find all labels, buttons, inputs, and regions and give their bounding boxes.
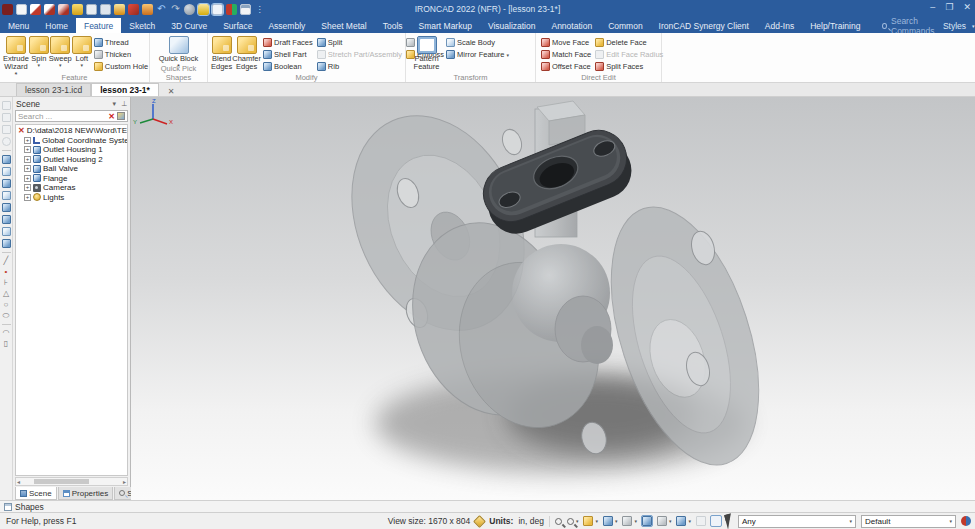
open-scene-icon[interactable]	[30, 4, 41, 15]
thread-button[interactable]: Thread	[92, 37, 150, 48]
selection-filter-dropdown[interactable]: Any ▾	[738, 515, 856, 528]
rib-button[interactable]: Rib	[315, 61, 404, 72]
toggle-triball-icon[interactable]	[198, 4, 209, 15]
tab-properties[interactable]: Properties	[58, 487, 113, 500]
shape-blue-8-icon[interactable]	[2, 239, 11, 248]
solid-view-icon[interactable]	[676, 516, 686, 526]
new-drawing-icon[interactable]	[44, 4, 55, 15]
markup-icon[interactable]	[128, 4, 139, 15]
undo-icon[interactable]: ↶	[156, 4, 167, 15]
doc-tab-close-icon[interactable]: ✕	[165, 87, 178, 96]
tab-menu[interactable]: Menu	[0, 18, 37, 33]
tab-scene[interactable]: Scene	[15, 487, 57, 500]
shape-gray-4-icon[interactable]	[2, 137, 11, 146]
panel-dropdown-icon[interactable]: ▾	[112, 100, 116, 108]
match-face-button[interactable]: Match Face	[539, 49, 593, 60]
tab-common[interactable]: Common	[600, 18, 650, 33]
measure-tool-icon[interactable]: ⊦	[4, 279, 8, 287]
tab-help-training[interactable]: Help/Training	[802, 18, 868, 33]
tree-item-gcs[interactable]: + Global Coordinate System	[16, 136, 127, 146]
loft-button[interactable]: Loft ▾	[72, 35, 92, 67]
scene-search-box[interactable]: Search ... ✕	[15, 110, 128, 122]
expand-icon[interactable]: +	[24, 156, 31, 163]
shaded-view-icon[interactable]	[603, 516, 613, 526]
render-icon[interactable]	[114, 4, 125, 15]
select-mode-icon[interactable]	[711, 516, 721, 526]
shape-blue-7-icon[interactable]	[2, 227, 11, 236]
app-logo-icon[interactable]	[2, 4, 13, 15]
move-face-button[interactable]: Move Face	[539, 37, 593, 48]
thicken-button[interactable]: Thicken	[92, 49, 150, 60]
line-tool-icon[interactable]: ╱	[4, 257, 9, 265]
solid-caret-icon[interactable]: ▾	[688, 518, 691, 524]
open-drawing-icon[interactable]	[58, 4, 69, 15]
tree-item-ball-valve[interactable]: + Ball Valve	[16, 164, 127, 174]
shell-part-button[interactable]: Shell Part	[261, 49, 315, 60]
tree-item-cameras[interactable]: + Cameras	[16, 183, 127, 193]
expand-icon[interactable]: +	[24, 194, 31, 201]
boolean-button[interactable]: Boolean	[261, 61, 315, 72]
blend-edges-button[interactable]: Blend Edges	[211, 35, 232, 71]
shape-blue-6-icon[interactable]	[2, 215, 11, 224]
shaded-caret-icon[interactable]: ▾	[615, 518, 618, 524]
synergy-icon[interactable]	[226, 4, 237, 15]
minimize-button[interactable]: –	[930, 2, 935, 12]
expand-icon[interactable]: +	[24, 137, 31, 144]
visibility-icon[interactable]	[657, 516, 667, 526]
scale-body-button[interactable]: Scale Body	[444, 37, 511, 48]
save-all-icon[interactable]	[100, 4, 111, 15]
tree-item-lights[interactable]: + Lights	[16, 193, 127, 203]
tab-sheet-metal[interactable]: Sheet Metal	[313, 18, 374, 33]
save-icon[interactable]	[86, 4, 97, 15]
configuration-dropdown[interactable]: Default ▾	[861, 515, 956, 528]
tab-3d-curve[interactable]: 3D Curve	[163, 18, 215, 33]
new-scene-icon[interactable]	[16, 4, 27, 15]
sweep-button[interactable]: Sweep ▾	[49, 35, 72, 67]
command-search[interactable]: Search Commands...	[882, 18, 943, 33]
units-value[interactable]: in, deg	[518, 516, 544, 526]
tab-surface[interactable]: Surface	[215, 18, 260, 33]
split-faces-button[interactable]: Split Faces	[593, 61, 665, 72]
point-tool-icon[interactable]: •	[5, 268, 8, 276]
styles-button[interactable]: Styles	[943, 21, 966, 31]
scroll-right-icon[interactable]: ▸	[123, 478, 126, 485]
open-folder-icon[interactable]	[72, 4, 83, 15]
shapes-catalog-bar[interactable]: Shapes	[0, 500, 975, 512]
tree-item-outlet-housing-1[interactable]: + Outlet Housing 1	[16, 145, 127, 155]
zoom-icon[interactable]	[555, 518, 562, 525]
shape-gray-3-icon[interactable]	[2, 125, 11, 134]
ellipse-tool-icon[interactable]: ⬭	[3, 312, 10, 320]
tab-synergy-client[interactable]: IronCAD Synergy Client	[651, 18, 757, 33]
tab-tools[interactable]: Tools	[375, 18, 411, 33]
mirror-feature-button[interactable]: Mirror Feature ▾	[444, 49, 511, 60]
table-icon[interactable]	[240, 4, 251, 15]
tree-root-row[interactable]: ✕ D:\data\2018 NEW\Word\TECH-NET	[16, 126, 127, 136]
viewport-3d[interactable]: Z X Y	[131, 97, 975, 500]
split-button[interactable]: Split	[315, 37, 404, 48]
redo-icon[interactable]: ↷	[170, 4, 181, 15]
spin-button[interactable]: Spin ▾	[29, 35, 49, 67]
facet-shading-icon[interactable]	[642, 516, 652, 526]
offset-face-button[interactable]: Offset Face	[539, 61, 593, 72]
tab-visualization[interactable]: Visualization	[480, 18, 544, 33]
shape-blue-5-icon[interactable]	[2, 203, 11, 212]
search-filter-icon[interactable]	[117, 112, 125, 120]
draft-faces-button[interactable]: Draft Faces	[261, 37, 315, 48]
triangle-tool-icon[interactable]: △	[3, 290, 9, 298]
edit-units-icon[interactable]	[473, 515, 486, 528]
tab-feature[interactable]: Feature	[76, 18, 121, 33]
shape-blue-4-icon[interactable]	[2, 191, 11, 200]
move-caret-icon[interactable]: ▾	[634, 518, 637, 524]
panel-pin-icon[interactable]: ⊥	[121, 100, 127, 108]
user-icon[interactable]	[961, 516, 971, 526]
tab-smart-markup[interactable]: Smart Markup	[411, 18, 480, 33]
render-caret-icon[interactable]: ▾	[595, 518, 598, 524]
zoom-caret-icon[interactable]: ▾	[576, 518, 579, 524]
more-icon[interactable]: ⋮	[254, 4, 265, 15]
render-style-icon[interactable]	[583, 516, 593, 526]
doc-tab-lesson-active[interactable]: lesson 23-1*	[91, 83, 159, 96]
shape-blue-1-icon[interactable]	[2, 155, 11, 164]
visibility-caret-icon[interactable]: ▾	[669, 518, 672, 524]
tree-item-flange[interactable]: + Flange	[16, 174, 127, 184]
tree-horizontal-scrollbar[interactable]: ◂ ▸	[15, 477, 128, 486]
